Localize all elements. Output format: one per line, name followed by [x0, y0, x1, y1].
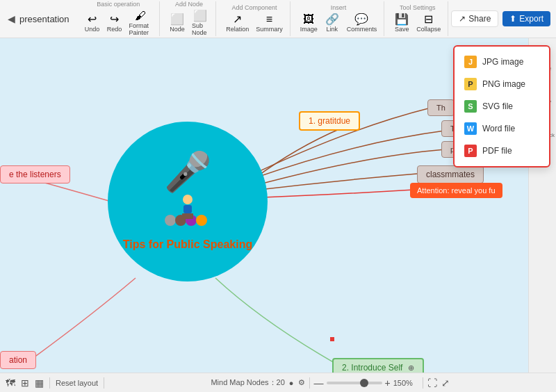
zoom-controls: — + 150%: [314, 377, 418, 389]
export-svg-item[interactable]: S SVG file: [455, 95, 549, 117]
reset-layout-btn[interactable]: Reset layout: [56, 379, 98, 387]
toolbar: ◀ presentation Basic operation ↩ Undo ↪ …: [0, 0, 556, 38]
summary-icon: ≡: [266, 14, 272, 25]
app-title: presentation: [19, 14, 70, 24]
export-icon: ⬆: [509, 14, 516, 24]
jpg-label: JPG image: [482, 57, 523, 67]
link-button[interactable]: 🔗 Link: [322, 13, 343, 34]
toolbar-group-insert: Insert 🖼 Image 🔗 Link 💬 Comments: [293, 1, 385, 36]
bottom-center: Mind Map Nodes：20 ● ⚙ — + 150% ⛶ ⤢: [211, 377, 449, 389]
map-icon[interactable]: 🗺: [6, 377, 15, 389]
comments-label: Comments: [347, 26, 377, 33]
listeners-node[interactable]: e the listeners: [0, 165, 70, 183]
gratitude-node[interactable]: 1. gratitdue: [299, 111, 360, 131]
save-button[interactable]: 💾 Save: [391, 13, 412, 34]
undo-button[interactable]: ↩ Undo: [82, 13, 103, 34]
save-label: Save: [395, 26, 409, 33]
toolbar-right: ↗ Share ⬆ Export: [451, 10, 550, 27]
subnode-button[interactable]: ⬜ Sub Node: [189, 9, 211, 38]
collapse-button[interactable]: ⊟ Collapse: [414, 13, 443, 34]
format-painter-button[interactable]: 🖌 Format Painter: [126, 9, 155, 38]
group-label-basic: Basic operation: [97, 1, 140, 8]
group-label-component: Add Component: [231, 4, 277, 11]
svg-label: SVG file: [482, 101, 513, 111]
divider3: [309, 377, 310, 389]
node-label: Node: [170, 26, 185, 33]
bottom-bar: 🗺 ⊞ ▦ Reset layout Mind Map Nodes：20 ● ⚙…: [0, 373, 556, 392]
insert-buttons: 🖼 Image 🔗 Link 💬 Comments: [297, 13, 380, 34]
relation-icon: ↗: [233, 14, 242, 25]
toolbar-group-basic: Basic operation ↩ Undo ↪ Redo 🖌 Format P…: [78, 1, 160, 36]
share-button[interactable]: ↗ Share: [451, 10, 498, 27]
divider2: [104, 377, 104, 389]
undo-icon: ↩: [88, 14, 97, 25]
red-dot: [330, 337, 334, 341]
nodes-info: Mind Map Nodes：20: [211, 377, 284, 388]
group-label-tools: Tool Settings: [400, 4, 436, 11]
format-painter-label: Format Painter: [129, 22, 152, 36]
jpg-icon: J: [464, 56, 477, 68]
svg-point-3: [196, 215, 207, 226]
svg-rect-5: [183, 205, 192, 213]
comments-button[interactable]: 💬 Comments: [344, 13, 380, 34]
svg-rect-6: [182, 213, 193, 219]
node-top1[interactable]: Th: [427, 99, 455, 116]
speaker-icon: 🎤: [164, 153, 212, 191]
redo-button[interactable]: ↪ Redo: [104, 13, 125, 34]
toolbar-group-add-node: Add Node ⬜ Node ⬜ Sub Node: [163, 1, 216, 36]
svg-icon: S: [464, 100, 477, 113]
zoom-out-button[interactable]: —: [314, 377, 324, 389]
image-button[interactable]: 🖼 Image: [297, 13, 320, 34]
fullscreen-button[interactable]: ⛶: [427, 377, 437, 389]
toolbar-group-tools: Tool Settings 💾 Save ⊟ Collapse: [387, 1, 448, 36]
zoom-fit-icon[interactable]: ⊞: [21, 377, 29, 389]
attention-node[interactable]: Attention: reveal you fu: [410, 183, 502, 198]
zoom-slider[interactable]: [327, 382, 382, 384]
image-icon: 🖼: [303, 14, 314, 25]
undo-label: Undo: [85, 26, 100, 33]
back-button[interactable]: ◀: [6, 12, 17, 26]
summary-label: Summary: [256, 26, 283, 33]
group-label-insert: Insert: [331, 4, 347, 11]
link-label: Link: [326, 26, 338, 33]
word-icon: W: [464, 122, 477, 135]
group-label-addnode: Add Node: [175, 1, 203, 8]
pdf-icon: P: [464, 145, 477, 157]
zoom-level: 150%: [393, 379, 418, 387]
format-painter-icon: 🖌: [135, 10, 146, 22]
vation-node[interactable]: ation: [0, 351, 36, 369]
pdf-label: PDF file: [482, 146, 512, 156]
word-label: Word file: [482, 124, 515, 133]
relation-label: Relation: [226, 26, 249, 33]
settings-icon[interactable]: ⚙: [298, 378, 305, 387]
subnode-label: Sub Node: [192, 22, 208, 36]
layout-icon[interactable]: ▦: [35, 377, 44, 389]
export-jpg-item[interactable]: J JPG image: [455, 51, 549, 73]
node-button[interactable]: ⬜ Node: [167, 13, 188, 34]
zoom-in-button[interactable]: +: [385, 377, 391, 389]
expand-button[interactable]: ⤢: [441, 377, 450, 389]
export-dropdown: J JPG image P PNG image S SVG file W Wor…: [453, 45, 550, 168]
relation-button[interactable]: ↗ Relation: [223, 13, 252, 34]
summary-button[interactable]: ≡ Summary: [253, 13, 286, 34]
redo-icon: ↪: [110, 14, 119, 25]
addnode-buttons: ⬜ Node ⬜ Sub Node: [167, 9, 211, 38]
toolbar-group-component: Add Component ↗ Relation ≡ Summary: [219, 1, 291, 36]
export-pdf-item[interactable]: P PDF file: [455, 140, 549, 162]
link-icon: 🔗: [325, 14, 339, 25]
svg-point-0: [165, 215, 176, 226]
component-buttons: ↗ Relation ≡ Summary: [223, 13, 286, 34]
classmates-node[interactable]: classmmates: [417, 165, 484, 183]
export-word-item[interactable]: W Word file: [455, 117, 549, 140]
center-text: Tips for Public Speaking: [116, 238, 259, 251]
export-png-item[interactable]: P PNG image: [455, 73, 549, 95]
node-icon: ⬜: [170, 14, 184, 25]
basic-buttons: ↩ Undo ↪ Redo 🖌 Format Painter: [82, 9, 155, 38]
add-icon[interactable]: ⊕: [408, 364, 414, 372]
collapse-label: Collapse: [416, 26, 441, 33]
image-label: Image: [300, 26, 318, 33]
dot-indicator: ●: [289, 379, 294, 387]
export-label: Export: [519, 14, 543, 24]
export-button[interactable]: ⬆ Export: [502, 11, 550, 26]
png-icon: P: [464, 78, 477, 90]
